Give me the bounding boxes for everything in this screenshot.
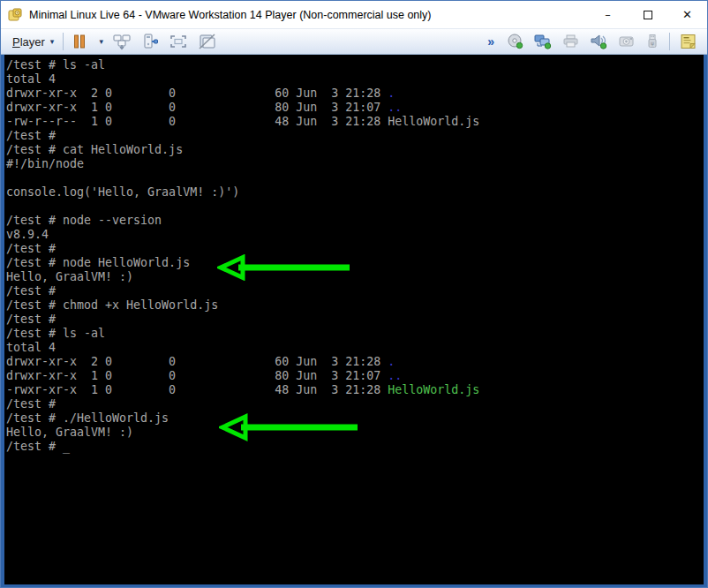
suspend-caret-icon: ▾	[99, 37, 103, 46]
close-button[interactable]: ✕	[667, 1, 707, 28]
annotation-arrow-node-run	[217, 254, 352, 281]
svg-text:ψ: ψ	[651, 40, 654, 47]
player-menu-button[interactable]: Player ▾	[6, 31, 58, 52]
window-controls: – ✕	[588, 1, 707, 28]
fullscreen-button[interactable]	[164, 31, 192, 52]
player-menu-label: Player	[11, 35, 47, 49]
expand-chevron-icon: »	[485, 34, 497, 49]
printer-button[interactable]	[557, 31, 584, 52]
minimize-button[interactable]: –	[588, 1, 628, 28]
suspend-pause-icon	[72, 34, 87, 49]
webcam-icon	[617, 33, 636, 50]
usb-icon: ψ	[644, 33, 660, 50]
annotation-arrow-direct-run	[219, 413, 360, 441]
titlebar: Minimal Linux Live 64 - VMware Workstati…	[1, 1, 707, 28]
vmware-player-app-icon	[7, 7, 23, 23]
usb-button[interactable]: ψ	[640, 31, 665, 52]
notes-panel-button[interactable]	[674, 31, 702, 52]
unity-button[interactable]	[192, 31, 221, 52]
sound-button[interactable]	[584, 31, 613, 52]
vm-console-screen[interactable]: /test # ls -al total 4 drwxr-xr-x 2 0 0 …	[1, 55, 707, 587]
terminal-output: /test # ls -al total 4 drwxr-xr-x 2 0 0 …	[4, 55, 704, 454]
printer-icon	[561, 33, 580, 50]
ctrl-alt-del-icon	[112, 33, 132, 50]
expand-toolbar-button[interactable]: »	[480, 31, 501, 52]
manage-device-icon	[140, 33, 160, 50]
sound-icon	[589, 33, 608, 50]
network-adapter-button[interactable]	[529, 31, 557, 52]
vmware-player-window: Minimal Linux Live 64 - VMware Workstati…	[0, 0, 708, 588]
ctrl-alt-del-button[interactable]	[108, 31, 136, 52]
window-title: Minimal Linux Live 64 - VMware Workstati…	[29, 9, 588, 21]
toolbar: Player ▾ ▾	[1, 28, 707, 55]
close-icon: ✕	[682, 8, 692, 21]
cd-dvd-button[interactable]	[501, 31, 529, 52]
manage-devices-button[interactable]	[136, 31, 164, 52]
suspend-button[interactable]	[68, 31, 91, 52]
toolbar-separator	[63, 33, 64, 50]
cd-dvd-icon	[506, 33, 524, 50]
maximize-button[interactable]	[628, 1, 667, 28]
player-menu-caret-icon: ▾	[50, 37, 55, 46]
fullscreen-icon	[169, 33, 188, 50]
unity-icon	[197, 33, 216, 50]
maximize-icon	[644, 11, 652, 19]
network-adapter-icon	[533, 33, 553, 50]
suspend-dropdown-button[interactable]: ▾	[91, 31, 108, 52]
toolbar-separator-right	[669, 33, 670, 50]
notes-panel-icon	[679, 33, 697, 50]
webcam-button[interactable]	[613, 31, 640, 52]
minimize-icon: –	[605, 8, 611, 21]
